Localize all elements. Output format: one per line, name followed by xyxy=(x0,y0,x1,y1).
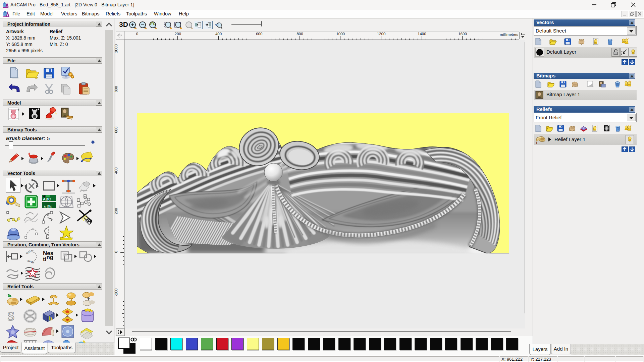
svg-text:+: + xyxy=(535,140,538,145)
svg-text:b: b xyxy=(49,316,52,321)
svg-text:ABC: ABC xyxy=(43,197,51,201)
svg-text:S: S xyxy=(7,309,14,323)
svg-text:▲BE: ▲BE xyxy=(43,204,52,208)
svg-text:curve: curve xyxy=(26,258,35,264)
